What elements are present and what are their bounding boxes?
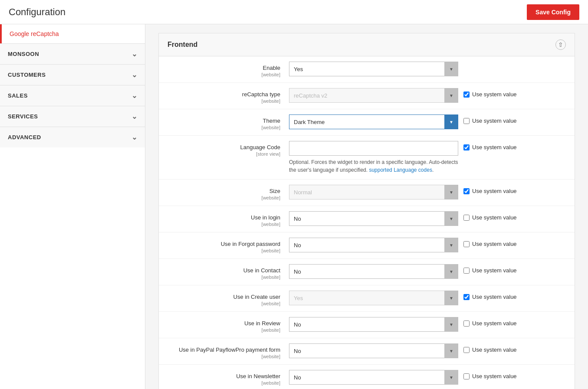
field-label-use_in_contact: Use in Contact [243,267,280,274]
use-system-text: Use system value [472,214,517,221]
chevron-down-icon: ⌄ [131,71,138,79]
use-system-text: Use system value [472,373,517,379]
sidebar-section-advanced: ADVANCED ⌄ [0,127,145,147]
select-use_in_paypal[interactable]: NoYes [289,343,458,358]
select-wrap-use_in_paypal: NoYes ▼ [289,343,458,358]
use-system-label-size[interactable]: Use system value [463,185,517,194]
collapse-button[interactable]: ⇧ [555,39,566,50]
section-header: Frontend ⇧ [159,33,575,56]
label-col-enable: Enable [website] [168,62,289,77]
select-enable[interactable]: YesNo [289,62,458,76]
use-system-checkbox-use_in_login[interactable] [463,215,470,221]
field-sublabel-use_in_login: [website] [168,222,280,227]
form-row-use_in_newsletter: Use in Newsletter [website] NoYes ▼ Use … [159,365,575,389]
use-system-text: Use system value [472,267,517,274]
chevron-down-icon: ⌄ [131,133,138,141]
form-row-use_in_review: Use in Review [website] NoYes ▼ Use syst… [159,312,575,338]
field-label-use_in_paypal: Use in PayPal PayflowPro payment form [179,347,280,353]
control-col-theme: Dark ThemeLight Theme ▼ Use system value [289,114,566,129]
sidebar-section-label-services: SERVICES [8,113,38,120]
header: Configuration Save Config [0,0,588,24]
field-sublabel-use_in_paypal: [website] [168,354,280,359]
sidebar-section-header-services[interactable]: SERVICES ⌄ [0,106,145,127]
form-row-theme: Theme [website] Dark ThemeLight Theme ▼ … [159,109,575,136]
sidebar-section-header-monsoon[interactable]: MONSOON ⌄ [0,44,145,64]
select-size: NormalCompact [289,185,458,199]
control-col-use_in_paypal: NoYes ▼ Use system value [289,343,566,358]
use-system-label-use_in_contact[interactable]: Use system value [463,264,517,274]
use-system-checkbox-use_in_forgot_password[interactable] [463,241,470,247]
label-col-size: Size [website] [168,185,289,200]
select-wrap-use_in_create_user: YesNo ▼ [289,291,458,305]
input-wrap-language_code: Optional. Forces the widget to render in… [289,141,458,174]
form-row-recaptcha_type: reCaptcha type [website] reCaptcha v2reC… [159,83,575,109]
use-system-label-recaptcha_type[interactable]: Use system value [463,88,517,98]
sidebar-section-monsoon: MONSOON ⌄ [0,43,145,64]
select-wrap-theme: Dark ThemeLight Theme ▼ [289,114,458,129]
save-config-button[interactable]: Save Config [527,4,579,20]
form-row-use_in_contact: Use in Contact [website] NoYes ▼ Use sys… [159,259,575,285]
use-system-checkbox-theme[interactable] [463,118,470,124]
select-theme[interactable]: Dark ThemeLight Theme [289,114,458,129]
input-language_code[interactable] [289,141,458,156]
use-system-label-use_in_login[interactable]: Use system value [463,211,517,221]
field-label-use_in_review: Use in Review [244,320,280,327]
control-col-size: NormalCompact ▼ Use system value [289,185,566,199]
sidebar-section-header-sales[interactable]: SALES ⌄ [0,85,145,106]
label-col-use_in_create_user: Use in Create user [website] [168,291,289,306]
use-system-label-use_in_paypal[interactable]: Use system value [463,343,517,353]
use-system-text: Use system value [472,91,517,98]
sidebar-active-item[interactable]: Google reCaptcha [0,24,145,43]
select-use_in_create_user: YesNo [289,291,458,305]
language-codes-link[interactable]: supported Language codes [369,167,432,173]
use-system-checkbox-use_in_create_user[interactable] [463,294,470,300]
use-system-label-use_in_create_user[interactable]: Use system value [463,291,517,300]
field-sublabel-use_in_create_user: [website] [168,301,280,306]
use-system-label-use_in_forgot_password[interactable]: Use system value [463,238,517,247]
use-system-checkbox-size[interactable] [463,188,470,194]
select-use_in_newsletter[interactable]: NoYes [289,370,458,385]
select-use_in_forgot_password[interactable]: NoYes [289,238,458,252]
label-col-use_in_review: Use in Review [website] [168,317,289,333]
use-system-label-language_code[interactable]: Use system value [463,141,517,150]
field-label-use_in_create_user: Use in Create user [233,294,280,300]
sidebar-section-header-advanced[interactable]: ADVANCED ⌄ [0,127,145,147]
use-system-checkbox-use_in_paypal[interactable] [463,347,470,353]
chevron-down-icon: ⌄ [131,50,138,58]
control-col-use_in_create_user: YesNo ▼ Use system value [289,291,566,305]
use-system-label-use_in_newsletter[interactable]: Use system value [463,370,517,379]
field-label-use_in_forgot_password: Use in Forgot password [221,241,280,247]
field-label-theme: Theme [263,118,280,124]
field-sublabel-size: [website] [168,195,280,200]
control-col-use_in_newsletter: NoYes ▼ Use system value [289,370,566,385]
use-system-text: Use system value [472,118,517,124]
control-col-enable: YesNo ▼ [289,62,566,76]
select-wrap-use_in_forgot_password: NoYes ▼ [289,238,458,252]
section-title: Frontend [168,41,197,49]
chevron-down-icon: ⌄ [131,112,138,121]
form-body: Enable [website] YesNo ▼ reCaptcha type … [159,56,575,389]
use-system-label-theme[interactable]: Use system value [463,114,517,124]
select-wrap-use_in_login: NoYes ▼ [289,211,458,226]
main-content: Frontend ⇧ Enable [website] YesNo ▼ reCa… [145,24,588,389]
control-col-use_in_contact: NoYes ▼ Use system value [289,264,566,279]
select-use_in_review[interactable]: NoYes [289,317,458,332]
select-use_in_contact[interactable]: NoYes [289,264,458,279]
select-use_in_login[interactable]: NoYes [289,211,458,226]
use-system-checkbox-use_in_contact[interactable] [463,268,470,274]
sidebar-section-services: SERVICES ⌄ [0,106,145,127]
label-col-language_code: Language Code [store view] [168,141,289,157]
use-system-checkbox-recaptcha_type[interactable] [463,92,470,98]
label-col-recaptcha_type: reCaptcha type [website] [168,88,289,104]
use-system-label-use_in_review[interactable]: Use system value [463,317,517,327]
sidebar-section-customers: CUSTOMERS ⌄ [0,64,145,85]
use-system-checkbox-use_in_newsletter[interactable] [463,373,470,379]
sidebar-section-header-customers[interactable]: CUSTOMERS ⌄ [0,65,145,85]
sidebar-section-label-monsoon: MONSOON [8,51,39,57]
field-sublabel-use_in_review: [website] [168,327,280,333]
use-system-checkbox-use_in_review[interactable] [463,320,470,327]
sidebar-section-label-advanced: ADVANCED [8,134,41,141]
use-system-checkbox-language_code[interactable] [463,144,470,150]
field-label-use_in_login: Use in login [251,214,280,221]
label-col-use_in_login: Use in login [website] [168,211,289,227]
